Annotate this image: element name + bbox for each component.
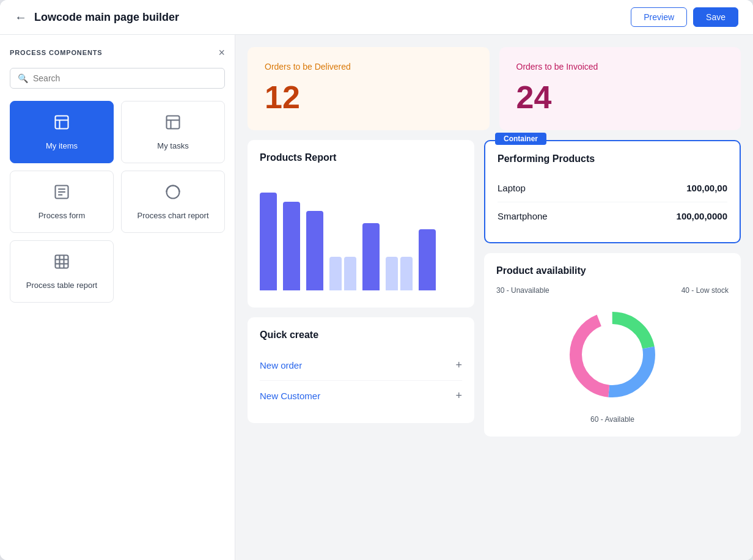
bar-dark-1	[260, 193, 277, 290]
component-my-items[interactable]: My items	[10, 101, 114, 163]
deliver-value: 12	[265, 79, 472, 116]
page-title: Lowcode main page builder	[34, 11, 179, 24]
legend-available: 60 - Available	[590, 415, 634, 424]
bar-group-3	[306, 211, 323, 290]
header-actions: Preview Save	[631, 7, 738, 27]
search-icon: 🔍	[18, 73, 28, 83]
deliver-label: Orders to be Delivered	[265, 62, 472, 72]
app-window: ← Lowcode main page builder Preview Save…	[0, 0, 753, 560]
bar-dark-4a	[329, 257, 342, 290]
process-form-icon	[53, 183, 70, 205]
stat-row: Orders to be Delivered 12 Orders to be I…	[248, 47, 741, 130]
component-process-form[interactable]: Process form	[10, 171, 114, 233]
header-left: ← Lowcode main page builder	[15, 10, 179, 24]
main-content: PROCESS COMPONENTS × 🔍 My items	[0, 35, 753, 560]
component-my-tasks[interactable]: My tasks	[121, 101, 225, 163]
component-process-table[interactable]: Process table report	[10, 240, 114, 303]
donut-chart	[557, 300, 667, 410]
quick-create-title: Quick create	[260, 330, 462, 341]
process-chart-icon	[164, 183, 182, 205]
bottom-section: Products Report	[248, 140, 741, 437]
performing-products-card: Container Performing Products Laptop 100…	[484, 140, 741, 243]
svg-rect-0	[56, 116, 68, 129]
products-report-title: Products Report	[260, 152, 462, 163]
products-report-card: Products Report	[248, 140, 474, 308]
container-badge: Container	[495, 133, 546, 145]
process-chart-label: Process chart report	[137, 211, 208, 220]
process-form-label: Process form	[39, 211, 86, 220]
laptop-name: Laptop	[498, 183, 526, 193]
canvas: Orders to be Delivered 12 Orders to be I…	[235, 35, 753, 560]
close-icon[interactable]: ×	[218, 47, 225, 58]
quick-create-new-order[interactable]: New order +	[260, 350, 462, 381]
svg-rect-11	[56, 256, 68, 268]
bar-group-2	[283, 202, 300, 290]
sidebar-header: PROCESS COMPONENTS ×	[10, 47, 225, 58]
invoice-value: 24	[516, 79, 724, 116]
new-customer-label: New Customer	[260, 391, 320, 401]
my-items-icon	[53, 114, 70, 135]
availability-title: Product availability	[496, 265, 729, 276]
bar-dark-2	[283, 202, 300, 290]
back-button[interactable]: ←	[15, 10, 27, 24]
bar-light-6a	[386, 257, 398, 290]
product-row-laptop: Laptop 100,00,00	[498, 174, 727, 202]
invoice-label: Orders to be Invoiced	[516, 62, 724, 72]
save-button[interactable]: Save	[693, 7, 738, 27]
preview-button[interactable]: Preview	[631, 7, 687, 27]
sidebar: PROCESS COMPONENTS × 🔍 My items	[0, 35, 235, 560]
bar-group-6	[386, 257, 413, 290]
search-input[interactable]	[33, 73, 217, 83]
left-column: Products Report	[248, 140, 474, 437]
bar-chart	[260, 173, 462, 295]
bar-group-1	[260, 193, 277, 290]
laptop-value: 100,00,00	[686, 183, 727, 193]
stat-card-deliver: Orders to be Delivered 12	[248, 47, 490, 130]
product-availability-card: Product availability 30 - Unavailable 40…	[484, 253, 741, 437]
quick-create-new-customer[interactable]: New Customer +	[260, 381, 462, 411]
my-items-label: My items	[46, 141, 78, 150]
donut-wrapper	[496, 300, 729, 410]
bar-group-5	[362, 223, 380, 290]
sidebar-title: PROCESS COMPONENTS	[10, 49, 103, 56]
product-row-smartphone: Smartphone 100,00,0000	[498, 202, 727, 230]
bar-light-6b	[400, 257, 413, 290]
my-tasks-label: My tasks	[157, 141, 188, 150]
new-customer-plus-icon: +	[455, 389, 462, 402]
new-order-plus-icon: +	[455, 359, 462, 372]
smartphone-name: Smartphone	[498, 211, 548, 221]
performing-products-title: Performing Products	[498, 153, 727, 164]
new-order-label: New order	[260, 360, 302, 370]
search-box: 🔍	[10, 68, 225, 89]
process-table-label: Process table report	[26, 281, 97, 290]
bar-dark-7	[419, 229, 436, 290]
smartphone-value: 100,00,0000	[677, 211, 727, 221]
bar-group-4	[329, 257, 356, 290]
quick-create-card: Quick create New order + New Customer +	[248, 317, 474, 423]
header: ← Lowcode main page builder Preview Save	[0, 0, 753, 35]
bar-dark-5	[362, 223, 380, 290]
stat-card-invoice: Orders to be Invoiced 24	[499, 47, 741, 130]
bar-dark-3	[306, 211, 323, 290]
component-process-chart[interactable]: Process chart report	[121, 171, 225, 233]
bar-dark-4b	[344, 257, 356, 290]
process-table-icon	[53, 253, 70, 274]
legend-unavailable: 30 - Unavailable	[496, 286, 549, 295]
svg-rect-3	[167, 116, 180, 129]
bar-group-7	[419, 229, 436, 290]
my-tasks-icon	[164, 114, 182, 135]
component-grid: My items My tasks	[10, 101, 225, 303]
right-column: Container Performing Products Laptop 100…	[484, 140, 741, 437]
legend-lowstock: 40 - Low stock	[681, 286, 729, 295]
